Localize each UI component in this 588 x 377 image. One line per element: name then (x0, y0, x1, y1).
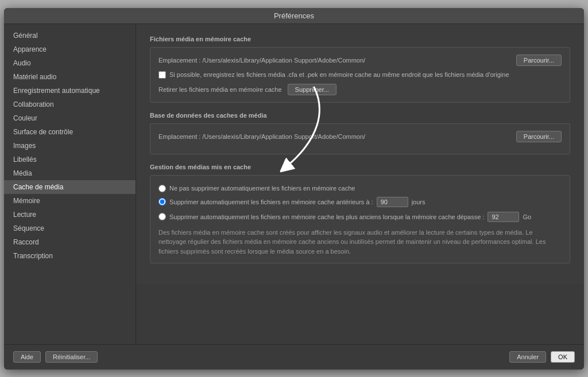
location-label-1: Emplacement : /Users/alexis/Library/Appl… (158, 57, 516, 64)
sidebar: Général Apparence Audio Matériel audio E… (4, 24, 136, 344)
annuler-button[interactable]: Annuler (509, 351, 546, 363)
sidebar-item-audio[interactable]: Audio (4, 56, 136, 70)
days-unit: jours (412, 199, 425, 205)
info-text: Des fichiers média en mémoire cache sont… (158, 228, 562, 256)
section-gestion-medias: Gestion des médias mis en cache Ne pas s… (150, 164, 570, 264)
sidebar-item-general[interactable]: Général (4, 29, 136, 42)
supprimer-button[interactable]: Supprimer... (288, 84, 336, 95)
sidebar-item-collaboration[interactable]: Collaboration (4, 98, 136, 111)
sidebar-item-memoire[interactable]: Mémoire (4, 194, 136, 208)
section3-box: Ne pas supprimer automatiquement les fic… (150, 175, 570, 264)
remove-label: Retirer les fichiers média en mémoire ca… (158, 86, 282, 93)
gb-input[interactable] (488, 212, 519, 222)
browse-button-1[interactable]: Parcourir... (516, 55, 562, 66)
section2-title: Base de données des caches de média (150, 112, 570, 119)
sidebar-item-surface-controle[interactable]: Surface de contrôle (4, 125, 136, 139)
main-panel: Fichiers média en mémoire cache Emplacem… (136, 24, 584, 285)
section2-box: Emplacement : /Users/alexis/Library/Appl… (150, 123, 570, 154)
checkbox-label: Si possible, enregistrez les fichiers mé… (169, 71, 509, 79)
location-label-2: Emplacement : /Users/alexis/Library/Appl… (158, 133, 516, 140)
radio-row-2: Supprimer automatiquement les fichiers e… (158, 197, 562, 207)
sidebar-item-media[interactable]: Média (4, 166, 136, 180)
main-wrapper: Fichiers média en mémoire cache Emplacem… (136, 24, 584, 344)
section1-title: Fichiers média en mémoire cache (150, 36, 570, 42)
radio-no-delete[interactable] (158, 185, 166, 192)
section3-title: Gestion des médias mis en cache (150, 164, 570, 170)
location-row-2: Emplacement : /Users/alexis/Library/Appl… (158, 131, 562, 142)
bottom-bar: Aide Réinitialiser... Annuler OK (4, 344, 584, 370)
radio2-label: Supprimer automatiquement les fichiers e… (169, 199, 373, 205)
section-base-donnees: Base de données des caches de média Empl… (150, 112, 570, 154)
location-row-1: Emplacement : /Users/alexis/Library/Appl… (158, 55, 562, 66)
radio-group: Ne pas supprimer automatiquement les fic… (158, 185, 562, 222)
radio3-label: Supprimer automatiquement les fichiers e… (169, 213, 484, 220)
title-bar: Préférences (4, 8, 584, 24)
sidebar-item-raccord[interactable]: Raccord (4, 235, 136, 249)
checkbox-row: Si possible, enregistrez les fichiers mé… (158, 71, 562, 79)
browse-button-2[interactable]: Parcourir... (516, 131, 562, 142)
bottom-left: Aide Réinitialiser... (13, 351, 98, 363)
section-fichiers-media: Fichiers média en mémoire cache Emplacem… (150, 36, 570, 103)
radio-delete-older[interactable] (158, 198, 166, 205)
gb-unit: Go (523, 213, 531, 220)
reinitialiser-button[interactable]: Réinitialiser... (45, 351, 98, 363)
sidebar-item-lecture[interactable]: Lecture (4, 208, 136, 221)
sidebar-item-libelles[interactable]: Libellés (4, 153, 136, 166)
sidebar-item-materiel-audio[interactable]: Matériel audio (4, 70, 136, 84)
sidebar-item-cache-media[interactable]: Cache de média (4, 180, 136, 194)
sidebar-item-couleur[interactable]: Couleur (4, 111, 136, 125)
radio1-label: Ne pas supprimer automatiquement les fic… (169, 185, 355, 192)
days-input[interactable] (377, 197, 408, 207)
sidebar-item-transcription[interactable]: Transcription (4, 249, 136, 263)
cfa-pek-checkbox[interactable] (158, 71, 166, 79)
preferences-window: Préférences Général Apparence Audio Maté… (4, 8, 584, 370)
bottom-right: Annuler OK (509, 351, 575, 363)
content-area: Général Apparence Audio Matériel audio E… (4, 24, 584, 344)
radio-row-1: Ne pas supprimer automatiquement les fic… (158, 185, 562, 192)
section1-box: Emplacement : /Users/alexis/Library/Appl… (150, 47, 570, 103)
radio-row-3: Supprimer automatiquement les fichiers e… (158, 212, 562, 222)
sidebar-item-images[interactable]: Images (4, 139, 136, 153)
window-title: Préférences (274, 11, 314, 20)
sidebar-item-sequence[interactable]: Séquence (4, 221, 136, 235)
radio-delete-largest[interactable] (158, 213, 166, 220)
ok-button[interactable]: OK (551, 351, 575, 363)
sidebar-item-apparence[interactable]: Apparence (4, 42, 136, 56)
remove-row: Retirer les fichiers média en mémoire ca… (158, 84, 562, 95)
sidebar-item-enregistrement[interactable]: Enregistrement automatique (4, 84, 136, 98)
aide-button[interactable]: Aide (13, 351, 41, 363)
